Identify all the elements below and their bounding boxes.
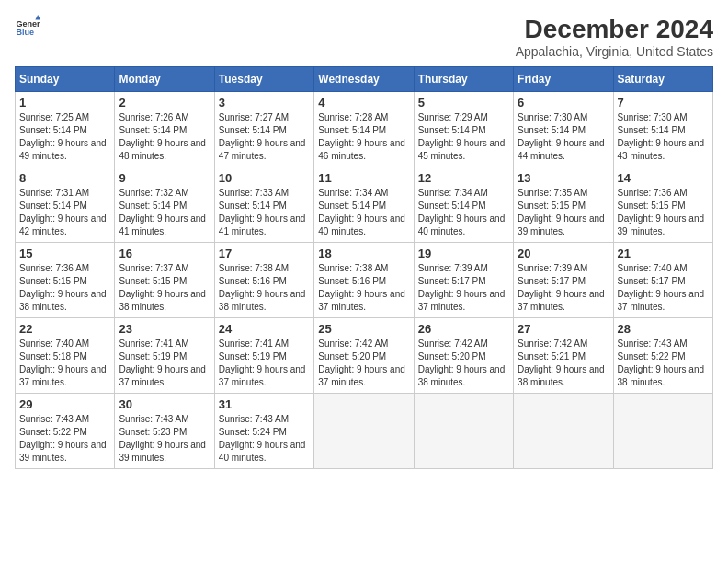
month-title: December 2024 bbox=[516, 15, 713, 44]
day-info: Sunrise: 7:31 AM Sunset: 5:14 PM Dayligh… bbox=[19, 187, 110, 238]
day-info: Sunrise: 7:41 AM Sunset: 5:19 PM Dayligh… bbox=[219, 338, 310, 389]
day-number: 29 bbox=[19, 397, 110, 411]
calendar-cell: 5Sunrise: 7:29 AM Sunset: 5:14 PM Daylig… bbox=[414, 92, 513, 167]
day-number: 16 bbox=[119, 247, 210, 260]
calendar-cell: 24Sunrise: 7:41 AM Sunset: 5:19 PM Dayli… bbox=[214, 318, 313, 394]
location-title: Appalachia, Virginia, United States bbox=[516, 44, 713, 59]
weekday-header-sunday: Sunday bbox=[16, 67, 115, 92]
day-number: 15 bbox=[19, 247, 110, 260]
day-number: 28 bbox=[618, 322, 709, 336]
day-info: Sunrise: 7:26 AM Sunset: 5:14 PM Dayligh… bbox=[119, 111, 210, 163]
weekday-header-friday: Friday bbox=[514, 67, 613, 92]
day-info: Sunrise: 7:25 AM Sunset: 5:14 PM Dayligh… bbox=[19, 111, 110, 163]
calendar-cell: 19Sunrise: 7:39 AM Sunset: 5:17 PM Dayli… bbox=[414, 243, 513, 318]
day-number: 19 bbox=[418, 247, 509, 260]
calendar-cell: 15Sunrise: 7:36 AM Sunset: 5:15 PM Dayli… bbox=[16, 243, 115, 318]
day-info: Sunrise: 7:27 AM Sunset: 5:14 PM Dayligh… bbox=[219, 111, 310, 163]
day-number: 27 bbox=[518, 322, 609, 336]
day-number: 30 bbox=[119, 397, 210, 411]
calendar-cell: 6Sunrise: 7:30 AM Sunset: 5:14 PM Daylig… bbox=[514, 92, 613, 167]
calendar-cell: 4Sunrise: 7:28 AM Sunset: 5:14 PM Daylig… bbox=[314, 92, 414, 167]
day-number: 6 bbox=[518, 96, 609, 109]
calendar-cell: 10Sunrise: 7:33 AM Sunset: 5:14 PM Dayli… bbox=[214, 167, 313, 243]
day-number: 26 bbox=[418, 322, 509, 336]
calendar-table: SundayMondayTuesdayWednesdayThursdayFrid… bbox=[15, 66, 713, 469]
calendar-cell: 23Sunrise: 7:41 AM Sunset: 5:19 PM Dayli… bbox=[115, 318, 214, 394]
calendar-cell: 25Sunrise: 7:42 AM Sunset: 5:20 PM Dayli… bbox=[314, 318, 414, 394]
calendar-cell: 21Sunrise: 7:40 AM Sunset: 5:17 PM Dayli… bbox=[613, 243, 712, 318]
day-info: Sunrise: 7:36 AM Sunset: 5:15 PM Dayligh… bbox=[618, 187, 709, 238]
day-info: Sunrise: 7:29 AM Sunset: 5:14 PM Dayligh… bbox=[418, 111, 509, 163]
calendar-cell: 17Sunrise: 7:38 AM Sunset: 5:16 PM Dayli… bbox=[214, 243, 313, 318]
calendar-cell: 20Sunrise: 7:39 AM Sunset: 5:17 PM Dayli… bbox=[514, 243, 613, 318]
day-info: Sunrise: 7:30 AM Sunset: 5:14 PM Dayligh… bbox=[518, 111, 609, 163]
calendar-cell: 13Sunrise: 7:35 AM Sunset: 5:15 PM Dayli… bbox=[514, 167, 613, 243]
calendar-week-5: 29Sunrise: 7:43 AM Sunset: 5:22 PM Dayli… bbox=[16, 394, 713, 469]
day-number: 13 bbox=[518, 171, 609, 185]
day-info: Sunrise: 7:32 AM Sunset: 5:14 PM Dayligh… bbox=[119, 187, 210, 238]
calendar-cell: 14Sunrise: 7:36 AM Sunset: 5:15 PM Dayli… bbox=[613, 167, 712, 243]
calendar-cell bbox=[414, 394, 513, 469]
day-info: Sunrise: 7:39 AM Sunset: 5:17 PM Dayligh… bbox=[418, 262, 509, 314]
svg-marker-2 bbox=[35, 15, 40, 20]
day-info: Sunrise: 7:33 AM Sunset: 5:14 PM Dayligh… bbox=[219, 187, 310, 238]
logo: General Blue bbox=[15, 15, 40, 40]
day-info: Sunrise: 7:35 AM Sunset: 5:15 PM Dayligh… bbox=[518, 187, 609, 238]
page-header: General Blue December 2024 Appalachia, V… bbox=[15, 15, 713, 59]
calendar-week-4: 22Sunrise: 7:40 AM Sunset: 5:18 PM Dayli… bbox=[16, 318, 713, 394]
day-info: Sunrise: 7:43 AM Sunset: 5:22 PM Dayligh… bbox=[19, 413, 110, 465]
logo-icon: General Blue bbox=[15, 15, 40, 40]
calendar-cell: 18Sunrise: 7:38 AM Sunset: 5:16 PM Dayli… bbox=[314, 243, 414, 318]
day-number: 2 bbox=[119, 96, 210, 109]
day-number: 22 bbox=[19, 322, 110, 336]
day-info: Sunrise: 7:38 AM Sunset: 5:16 PM Dayligh… bbox=[318, 262, 409, 314]
calendar-week-2: 8Sunrise: 7:31 AM Sunset: 5:14 PM Daylig… bbox=[16, 167, 713, 243]
day-number: 24 bbox=[219, 322, 310, 336]
day-info: Sunrise: 7:38 AM Sunset: 5:16 PM Dayligh… bbox=[219, 262, 310, 314]
day-info: Sunrise: 7:34 AM Sunset: 5:14 PM Dayligh… bbox=[418, 187, 509, 238]
day-info: Sunrise: 7:30 AM Sunset: 5:14 PM Dayligh… bbox=[618, 111, 709, 163]
day-info: Sunrise: 7:28 AM Sunset: 5:14 PM Dayligh… bbox=[318, 111, 409, 163]
calendar-cell: 3Sunrise: 7:27 AM Sunset: 5:14 PM Daylig… bbox=[214, 92, 313, 167]
day-number: 3 bbox=[219, 96, 310, 109]
weekday-header-thursday: Thursday bbox=[414, 67, 513, 92]
day-info: Sunrise: 7:43 AM Sunset: 5:22 PM Dayligh… bbox=[618, 338, 709, 389]
day-info: Sunrise: 7:40 AM Sunset: 5:18 PM Dayligh… bbox=[19, 338, 110, 389]
calendar-cell: 12Sunrise: 7:34 AM Sunset: 5:14 PM Dayli… bbox=[414, 167, 513, 243]
day-info: Sunrise: 7:36 AM Sunset: 5:15 PM Dayligh… bbox=[19, 262, 110, 314]
calendar-cell: 29Sunrise: 7:43 AM Sunset: 5:22 PM Dayli… bbox=[16, 394, 115, 469]
calendar-cell: 27Sunrise: 7:42 AM Sunset: 5:21 PM Dayli… bbox=[514, 318, 613, 394]
day-number: 21 bbox=[618, 247, 709, 260]
calendar-cell: 22Sunrise: 7:40 AM Sunset: 5:18 PM Dayli… bbox=[16, 318, 115, 394]
calendar-cell: 11Sunrise: 7:34 AM Sunset: 5:14 PM Dayli… bbox=[314, 167, 414, 243]
calendar-cell: 1Sunrise: 7:25 AM Sunset: 5:14 PM Daylig… bbox=[16, 92, 115, 167]
day-info: Sunrise: 7:42 AM Sunset: 5:20 PM Dayligh… bbox=[418, 338, 509, 389]
day-number: 17 bbox=[219, 247, 310, 260]
day-info: Sunrise: 7:41 AM Sunset: 5:19 PM Dayligh… bbox=[119, 338, 210, 389]
day-number: 25 bbox=[318, 322, 409, 336]
day-info: Sunrise: 7:42 AM Sunset: 5:20 PM Dayligh… bbox=[318, 338, 409, 389]
calendar-cell: 28Sunrise: 7:43 AM Sunset: 5:22 PM Dayli… bbox=[613, 318, 712, 394]
calendar-cell: 2Sunrise: 7:26 AM Sunset: 5:14 PM Daylig… bbox=[115, 92, 214, 167]
day-info: Sunrise: 7:43 AM Sunset: 5:24 PM Dayligh… bbox=[219, 413, 310, 465]
day-number: 5 bbox=[418, 96, 509, 109]
day-number: 14 bbox=[618, 171, 709, 185]
day-info: Sunrise: 7:40 AM Sunset: 5:17 PM Dayligh… bbox=[618, 262, 709, 314]
day-number: 1 bbox=[19, 96, 110, 109]
weekday-header-tuesday: Tuesday bbox=[214, 67, 313, 92]
calendar-week-1: 1Sunrise: 7:25 AM Sunset: 5:14 PM Daylig… bbox=[16, 92, 713, 167]
day-info: Sunrise: 7:43 AM Sunset: 5:23 PM Dayligh… bbox=[119, 413, 210, 465]
day-number: 7 bbox=[618, 96, 709, 109]
day-number: 4 bbox=[318, 96, 409, 109]
weekday-header-row: SundayMondayTuesdayWednesdayThursdayFrid… bbox=[16, 67, 713, 92]
day-number: 31 bbox=[219, 397, 310, 411]
day-info: Sunrise: 7:42 AM Sunset: 5:21 PM Dayligh… bbox=[518, 338, 609, 389]
day-number: 11 bbox=[318, 171, 409, 185]
day-number: 18 bbox=[318, 247, 409, 260]
calendar-week-3: 15Sunrise: 7:36 AM Sunset: 5:15 PM Dayli… bbox=[16, 243, 713, 318]
weekday-header-wednesday: Wednesday bbox=[314, 67, 414, 92]
calendar-cell: 30Sunrise: 7:43 AM Sunset: 5:23 PM Dayli… bbox=[115, 394, 214, 469]
day-info: Sunrise: 7:37 AM Sunset: 5:15 PM Dayligh… bbox=[119, 262, 210, 314]
svg-text:Blue: Blue bbox=[16, 28, 34, 37]
calendar-cell: 31Sunrise: 7:43 AM Sunset: 5:24 PM Dayli… bbox=[214, 394, 313, 469]
